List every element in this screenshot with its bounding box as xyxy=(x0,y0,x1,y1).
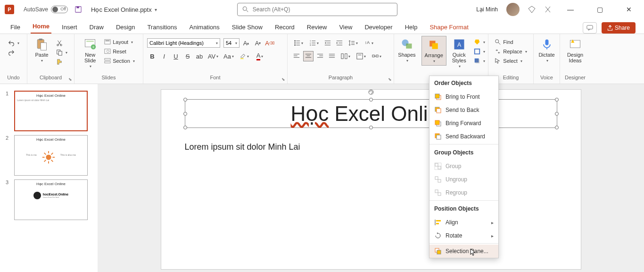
quick-styles-button[interactable]: AQuick Styles▾ xyxy=(449,36,469,70)
thumbnail-2[interactable]: 2 Học Excel Online This is me This is al… xyxy=(0,133,98,178)
resize-handle[interactable] xyxy=(555,112,559,116)
copy-button[interactable]: ▾ xyxy=(54,48,69,57)
resize-handle[interactable] xyxy=(369,98,373,102)
justify-button[interactable] xyxy=(327,51,337,61)
reset-button[interactable]: Reset xyxy=(102,47,137,56)
selection-pane-item[interactable]: Selection Pane... xyxy=(429,245,498,258)
paste-button[interactable]: Paste▾ xyxy=(32,36,51,65)
arrange-button[interactable]: Arrange▾ xyxy=(421,36,446,66)
char-spacing-button[interactable]: AV▾ xyxy=(206,51,220,61)
underline-button[interactable]: U xyxy=(171,51,181,61)
format-painter-button[interactable] xyxy=(54,58,69,66)
replace-button[interactable]: Replace▾ xyxy=(493,47,528,56)
resize-handle[interactable] xyxy=(183,112,187,116)
slide[interactable]: Học Excel Online Lorem ipsum sit dolor M… xyxy=(161,90,581,269)
body-text[interactable]: Lorem ipsum sit dolor Minh Lai xyxy=(185,142,557,152)
resize-handle[interactable] xyxy=(369,126,373,129)
tab-shape-format[interactable]: Shape Format xyxy=(428,21,470,34)
tab-draw[interactable]: Draw xyxy=(88,21,106,34)
save-icon[interactable] xyxy=(75,6,82,13)
diamond-icon[interactable] xyxy=(528,6,536,13)
shapes-button[interactable]: Shapes▾ xyxy=(395,36,418,65)
new-slide-button[interactable]: + New Slide▾ xyxy=(81,36,99,70)
align-right-button[interactable] xyxy=(315,51,325,61)
tab-slideshow[interactable]: Slide Show xyxy=(230,21,264,34)
redo-button[interactable] xyxy=(6,48,17,57)
bold-button[interactable]: B xyxy=(147,51,157,61)
section-button[interactable]: Section▾ xyxy=(102,57,137,65)
clipboard-dialog-launcher[interactable]: ⬊ xyxy=(68,77,72,82)
tab-home[interactable]: Home xyxy=(31,20,51,34)
align-left-button[interactable] xyxy=(291,51,302,61)
decrease-indent-button[interactable] xyxy=(322,38,333,48)
tab-animations[interactable]: Animations xyxy=(188,21,222,34)
comments-button[interactable] xyxy=(583,22,597,34)
search-box[interactable]: Search (Alt+Q) xyxy=(237,3,397,16)
thumbnail-3[interactable]: 3 Học Excel Online hocExcel.OnlineLearn … xyxy=(0,178,98,222)
send-to-back-item[interactable]: Send to Back xyxy=(429,103,498,117)
smartart-button[interactable]: ▾ xyxy=(370,51,384,61)
decrease-font-button[interactable]: A▾ xyxy=(253,38,263,48)
columns-button[interactable]: ▾ xyxy=(339,51,353,61)
tab-view[interactable]: View xyxy=(337,21,354,34)
tab-developer[interactable]: Developer xyxy=(363,21,394,34)
close-button[interactable]: ✕ xyxy=(619,3,639,16)
text-direction-button[interactable]: ↕A▾ xyxy=(362,38,376,48)
shape-outline-button[interactable]: ▾ xyxy=(472,47,487,56)
tab-insert[interactable]: Insert xyxy=(60,21,79,34)
clear-formatting-button[interactable]: A⌫ xyxy=(264,38,275,48)
font-color-button[interactable]: A▾ xyxy=(253,51,267,61)
send-backward-item[interactable]: Send Backward xyxy=(429,130,498,143)
resize-handle[interactable] xyxy=(183,126,187,129)
bring-to-front-item[interactable]: Bring to Front xyxy=(429,90,498,103)
tab-review[interactable]: Review xyxy=(305,21,329,34)
undo-button[interactable]: ▾ xyxy=(6,39,21,47)
italic-button[interactable]: I xyxy=(159,51,169,61)
layout-button[interactable]: Layout▾ xyxy=(102,38,137,46)
filename[interactable]: Học Excel Online.pptx xyxy=(91,6,152,13)
font-name-combo[interactable]: Calibri Light (Headings)▾ xyxy=(147,38,220,48)
font-dialog-launcher[interactable]: ⬊ xyxy=(281,77,285,82)
align-item[interactable]: Align▸ xyxy=(429,216,498,229)
resize-handle[interactable] xyxy=(555,98,559,102)
resize-handle[interactable] xyxy=(555,126,559,129)
tab-record[interactable]: Record xyxy=(273,21,297,34)
thumbnail-1[interactable]: 1 Học Excel OnlineLorem ipsum sit dolor … xyxy=(0,89,98,133)
numbering-button[interactable]: 123▾ xyxy=(307,38,321,48)
bring-forward-item[interactable]: Bring Forward xyxy=(429,117,498,130)
dictate-button[interactable]: Dictate▾ xyxy=(536,36,557,65)
font-size-combo[interactable]: 54▾ xyxy=(223,38,239,48)
design-ideas-button[interactable]: Design Ideas xyxy=(564,36,586,65)
cut-button[interactable] xyxy=(54,39,69,47)
minimize-button[interactable]: — xyxy=(560,3,581,16)
tab-transitions[interactable]: Transitions xyxy=(145,21,179,34)
share-button[interactable]: Share xyxy=(602,22,636,34)
autosave-toggle[interactable]: Off xyxy=(51,6,68,13)
change-case-button[interactable]: Aa▾ xyxy=(222,51,236,61)
tab-file[interactable]: File xyxy=(8,21,22,34)
increase-indent-button[interactable] xyxy=(334,38,345,48)
title-textbox[interactable]: Học Excel Online xyxy=(185,99,557,128)
shape-effects-button[interactable]: ▾ xyxy=(472,57,487,65)
autohide-icon[interactable] xyxy=(544,6,552,13)
strikethrough-button[interactable]: S xyxy=(182,51,193,61)
select-button[interactable]: Select▾ xyxy=(493,57,528,65)
filename-dropdown-icon[interactable]: ▾ xyxy=(155,7,157,12)
bullets-button[interactable]: ▾ xyxy=(291,38,305,48)
increase-font-button[interactable]: A▴ xyxy=(241,38,251,48)
avatar[interactable] xyxy=(506,3,520,16)
rotate-item[interactable]: Rotate▸ xyxy=(429,229,498,242)
tab-help[interactable]: Help xyxy=(403,21,420,34)
resize-handle[interactable] xyxy=(183,98,187,102)
maximize-button[interactable]: ▢ xyxy=(589,3,610,16)
tab-design[interactable]: Design xyxy=(114,21,137,34)
align-text-button[interactable]: ▾ xyxy=(354,51,368,61)
find-button[interactable]: Find xyxy=(493,38,528,46)
paragraph-dialog-launcher[interactable]: ⬊ xyxy=(388,77,392,82)
username[interactable]: Lại Minh xyxy=(476,6,498,13)
line-spacing-button[interactable]: ▾ xyxy=(346,38,360,48)
rotate-handle[interactable] xyxy=(368,88,374,94)
align-center-button[interactable] xyxy=(303,51,314,61)
highlight-button[interactable]: ▾ xyxy=(237,51,251,61)
shape-fill-button[interactable]: ▾ xyxy=(472,38,487,46)
